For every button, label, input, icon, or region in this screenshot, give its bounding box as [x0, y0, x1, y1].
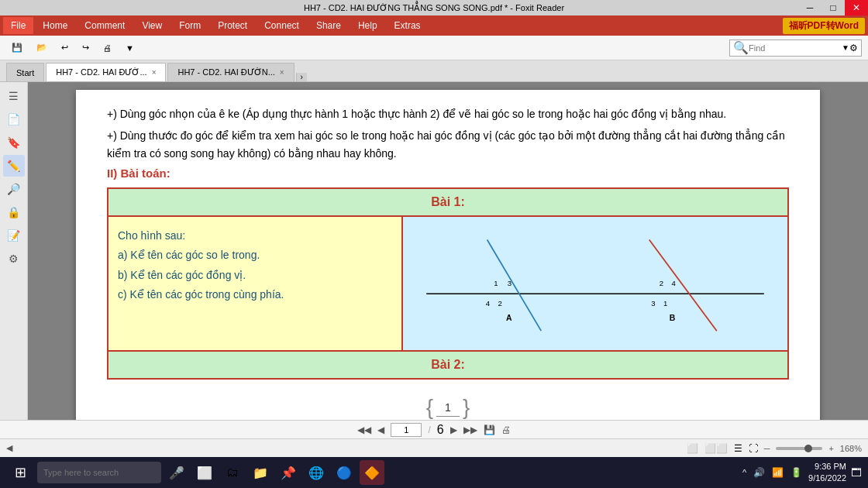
tab-close-1[interactable]: × [152, 68, 157, 77]
svg-text:A: A [506, 314, 512, 322]
page-view-scroll[interactable]: ☰ [734, 443, 742, 454]
bai1-right-cell: 1 3 4 2 A 2 4 3 1 B [402, 216, 788, 351]
bai1-left-cell: Cho hình sau: a) Kể tên các góc so le tr… [108, 216, 402, 351]
bai1-b: b) Kể tên các góc đồng vị. [118, 266, 392, 285]
left-brace: { [426, 395, 433, 420]
taskbar-widgets-icon[interactable]: 🗂 [220, 460, 245, 485]
view-menu[interactable]: View [134, 17, 170, 34]
left-icon-lock[interactable]: 🔒 [3, 201, 25, 223]
left-icon-search[interactable]: 🔎 [3, 178, 25, 200]
clock-time: 9:36 PM [808, 461, 846, 473]
taskbar-edge-icon[interactable]: 🔵 [332, 460, 356, 485]
toolbar-btn-redo[interactable]: ↪ [77, 39, 95, 57]
taskbar-browser1-icon[interactable]: 🌐 [304, 460, 329, 485]
left-icon-bookmarks[interactable]: 🔖 [3, 132, 25, 153]
prev-page-btn[interactable]: ◀ [377, 424, 384, 435]
page-num-display: { 1 } [107, 395, 789, 420]
page-view-full[interactable]: ⛶ [749, 443, 758, 454]
page-view-single[interactable]: ⬜ [687, 443, 698, 454]
geometry-diagram: 1 3 4 2 A 2 4 3 1 B [406, 220, 784, 344]
taskbar-foxit-icon[interactable]: 🔶 [360, 460, 384, 485]
home-menu[interactable]: Home [35, 17, 75, 34]
taskbar-pin-icon[interactable]: 📌 [276, 460, 301, 485]
extras-menu[interactable]: Extras [387, 17, 429, 34]
taskbar-explorer-icon[interactable]: 📁 [248, 460, 273, 485]
share-menu[interactable]: Share [308, 17, 349, 34]
search-icon: 🔍 [733, 40, 749, 55]
taskbar: ⊞ 🎤 ⬜ 🗂 📁 📌 🌐 🔵 🔶 ^ 🔊 📶 🔋 9:36 PM 9/16/2… [0, 457, 868, 488]
page-view-double[interactable]: ⬜⬜ [704, 443, 728, 454]
svg-text:B: B [670, 314, 676, 322]
clock-date: 9/16/2022 [808, 473, 846, 484]
left-icon-annotations[interactable]: ✏️ [3, 155, 25, 177]
taskbar-caret-icon[interactable]: ^ [742, 468, 746, 477]
left-icon-settings[interactable]: ⚙ [3, 248, 25, 270]
toolbar: 💾 📂 ↩ ↪ 🖨 ▼ 🔍 ▼ ⚙ [0, 36, 868, 60]
left-icon-pages[interactable]: 📄 [3, 108, 25, 130]
toolbar-btn-1[interactable]: 💾 [6, 39, 28, 57]
tab-close-2[interactable]: × [280, 68, 284, 77]
maximize-button[interactable]: □ [822, 0, 845, 15]
zoom-minus-btn[interactable]: ─ [764, 444, 770, 453]
windows-icon: ⊞ [15, 464, 26, 481]
search-input[interactable] [749, 43, 842, 53]
toolbar-btn-undo[interactable]: ↩ [56, 39, 74, 57]
zoom-slider[interactable] [776, 447, 822, 450]
svg-text:2: 2 [660, 279, 663, 287]
page-input[interactable] [391, 423, 422, 437]
tab-doc2[interactable]: HH7 - CD2. HAI ĐƯỜN... × [167, 63, 294, 81]
content-area[interactable]: +) Dùng góc nhọn của ê ke (Áp dụng thực … [28, 82, 868, 420]
problem-table: Bài 1: Cho hình sau: a) Kể tên các góc s… [107, 187, 789, 380]
volume-icon[interactable]: 🔊 [751, 465, 766, 480]
window-title: HH7 - CD2. HAI ĐƯỜNG THẲNG SONG SONG.pdf… [304, 3, 564, 13]
print-btn[interactable]: 🖨 [501, 424, 511, 435]
form-menu[interactable]: Form [171, 17, 208, 34]
toolbar-btn-2[interactable]: 📂 [31, 39, 53, 57]
title-bar: HH7 - CD2. HAI ĐƯỜNG THẲNG SONG SONG.pdf… [0, 0, 868, 15]
help-menu[interactable]: Help [350, 17, 385, 34]
first-page-btn[interactable]: ◀◀ [357, 424, 371, 435]
toolbar-btn-print[interactable]: 🖨 [98, 39, 117, 57]
svg-text:3: 3 [508, 279, 512, 287]
tab-doc1[interactable]: HH7 - CD2. HAI ĐƯỜ... × [46, 63, 166, 81]
close-button[interactable]: ✕ [845, 0, 868, 15]
section-title: II) Bài toán: [107, 167, 789, 180]
left-icon-edit[interactable]: 📝 [3, 225, 25, 246]
total-pages: 6 [437, 423, 444, 437]
status-right: ⬜ ⬜⬜ ☰ ⛶ ─ + 168% [687, 443, 862, 454]
bai1-a: a) Kể tên các góc so le trong. [118, 246, 392, 265]
start-button[interactable]: ⊞ [6, 459, 34, 486]
window-controls: ─ □ ✕ [798, 0, 868, 15]
comment-menu[interactable]: Comment [77, 17, 133, 34]
notification-icon[interactable]: 🗔 [851, 466, 862, 479]
search-dropdown[interactable]: ▼ [842, 43, 849, 52]
connect-menu[interactable]: Connect [257, 17, 307, 34]
scroll-tabs-right[interactable]: › [296, 73, 307, 81]
next-page-btn[interactable]: ▶ [450, 424, 457, 435]
search-box: 🔍 ▼ ⚙ [729, 40, 862, 57]
zoom-plus-btn[interactable]: + [828, 444, 833, 453]
last-page-btn[interactable]: ▶▶ [463, 424, 477, 435]
scroll-left-icon[interactable]: ◀ [6, 443, 12, 453]
protect-menu[interactable]: Protect [210, 17, 255, 34]
battery-icon[interactable]: 🔋 [788, 465, 804, 480]
bai1-header: Bài 1: [108, 188, 788, 216]
save-btn[interactable]: 💾 [484, 424, 495, 435]
minimize-button[interactable]: ─ [798, 0, 822, 15]
network-icon[interactable]: 📶 [770, 465, 785, 480]
taskbar-taskview-icon[interactable]: ⬜ [192, 460, 217, 485]
file-menu[interactable]: File [3, 17, 33, 34]
system-tray: 🔊 📶 🔋 [751, 465, 804, 480]
toolbar-btn-more[interactable]: ▼ [120, 39, 140, 57]
tab-doc1-label: HH7 - CD2. HAI ĐƯỜ... [56, 67, 146, 77]
right-brace: } [463, 395, 470, 420]
pdf-page: +) Dùng góc nhọn của ê ke (Áp dụng thực … [76, 90, 820, 420]
taskbar-clock[interactable]: 9:36 PM 9/16/2022 [808, 461, 846, 485]
foxit-badge[interactable]: 福昕PDF转Word [783, 18, 865, 34]
search-settings-icon[interactable]: ⚙ [849, 43, 858, 53]
left-icon-menu[interactable]: ☰ [3, 85, 25, 107]
bai1-c: c) Kể tên các góc trong cùng phía. [118, 285, 392, 304]
taskbar-mic-icon[interactable]: 🎤 [164, 460, 189, 485]
taskbar-search[interactable] [37, 462, 161, 483]
tab-start[interactable]: Start [6, 63, 44, 81]
